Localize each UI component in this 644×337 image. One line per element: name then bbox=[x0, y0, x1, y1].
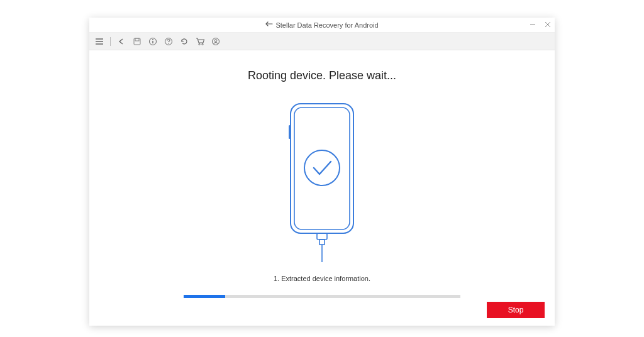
page-title: Rooting device. Please wait... bbox=[248, 69, 396, 82]
svg-rect-16 bbox=[317, 233, 327, 240]
svg-rect-13 bbox=[294, 108, 350, 229]
refresh-icon[interactable] bbox=[179, 36, 189, 47]
close-icon[interactable] bbox=[545, 21, 551, 29]
main-content: Rooting device. Please wait... 1. Extrac… bbox=[89, 50, 555, 298]
back-icon[interactable] bbox=[265, 21, 273, 29]
separator bbox=[110, 37, 111, 46]
toolbar bbox=[89, 33, 555, 50]
info-icon[interactable] bbox=[148, 36, 158, 47]
window-controls bbox=[530, 18, 551, 32]
svg-rect-14 bbox=[289, 125, 291, 139]
menu-icon[interactable] bbox=[94, 36, 104, 47]
titlebar: Stellar Data Recovery for Android bbox=[89, 18, 555, 33]
title-wrap: Stellar Data Recovery for Android bbox=[265, 21, 378, 29]
progress-fill bbox=[184, 295, 225, 298]
stop-button[interactable]: Stop bbox=[487, 302, 545, 318]
svg-point-8 bbox=[198, 43, 199, 45]
svg-point-5 bbox=[152, 39, 153, 40]
help-icon[interactable] bbox=[164, 36, 174, 47]
window-title: Stellar Data Recovery for Android bbox=[275, 21, 378, 29]
svg-point-9 bbox=[201, 43, 203, 45]
svg-rect-12 bbox=[291, 104, 353, 233]
svg-point-7 bbox=[169, 43, 170, 44]
svg-point-11 bbox=[214, 39, 217, 41]
progress-bar bbox=[184, 295, 460, 298]
cart-icon[interactable] bbox=[195, 36, 205, 47]
minimize-icon[interactable] bbox=[530, 21, 536, 29]
device-illustration bbox=[278, 100, 366, 266]
status-text: 1. Extracted device information. bbox=[274, 275, 370, 282]
footer: Stop bbox=[89, 298, 555, 326]
svg-rect-17 bbox=[319, 240, 325, 245]
user-icon[interactable] bbox=[211, 36, 221, 47]
svg-point-15 bbox=[304, 150, 340, 185]
save-icon[interactable] bbox=[132, 36, 142, 47]
svg-rect-2 bbox=[135, 38, 139, 41]
app-window: Stellar Data Recovery for Android bbox=[89, 18, 555, 326]
back-arrow-icon[interactable] bbox=[116, 36, 126, 47]
